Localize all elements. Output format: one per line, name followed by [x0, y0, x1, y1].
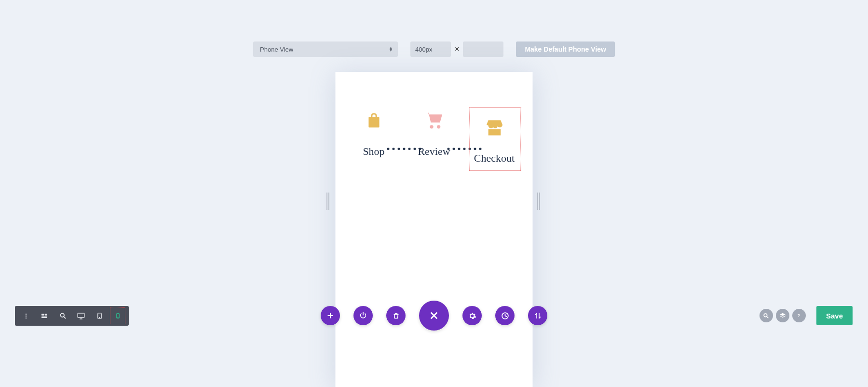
zoom-button[interactable]	[54, 306, 72, 326]
delete-button[interactable]	[386, 306, 406, 325]
progress-steps-row: Shop Review Checkout	[336, 72, 533, 165]
more-menu-button[interactable]	[17, 306, 35, 326]
svg-rect-10	[78, 313, 84, 318]
tablet-view-button[interactable]	[90, 306, 108, 326]
layers-button[interactable]	[776, 309, 789, 322]
svg-line-9	[64, 317, 66, 318]
wireframe-view-button[interactable]	[35, 306, 54, 326]
history-button[interactable]	[495, 306, 515, 325]
svg-rect-6	[45, 314, 47, 315]
resize-handle-right[interactable]	[538, 193, 542, 210]
search-button[interactable]	[760, 309, 773, 322]
phone-view-button[interactable]	[108, 306, 127, 326]
step-label: Checkout	[474, 152, 515, 165]
swap-button[interactable]	[528, 306, 547, 325]
close-builder-button[interactable]	[419, 301, 449, 331]
dimension-inputs: ×	[410, 41, 503, 57]
storefront-icon	[483, 116, 505, 138]
save-button[interactable]: Save	[816, 306, 853, 325]
responsive-settings-bar: Phone View ▲▼ × Make Default Phone View	[0, 41, 868, 57]
svg-point-2	[26, 313, 27, 314]
svg-point-4	[26, 317, 27, 318]
page-action-bar	[321, 301, 547, 331]
view-toolbar	[15, 306, 129, 326]
bottom-right-controls: ? Save	[760, 306, 853, 325]
chevron-updown-icon: ▲▼	[389, 47, 393, 52]
shopping-cart-icon	[423, 110, 445, 132]
shopping-bag-icon	[363, 110, 385, 132]
view-select-label: Phone View	[260, 46, 293, 53]
multiply-icon: ×	[455, 45, 459, 54]
svg-point-25	[764, 314, 768, 317]
step-checkout[interactable]: Checkout	[468, 110, 521, 165]
settings-button[interactable]	[462, 306, 482, 325]
width-input[interactable]	[410, 41, 451, 57]
svg-rect-15	[116, 314, 119, 318]
resize-handle-left[interactable]	[327, 193, 331, 210]
make-default-view-button[interactable]: Make Default Phone View	[516, 41, 615, 57]
svg-line-26	[767, 317, 769, 318]
step-label: Review	[418, 145, 450, 158]
desktop-view-button[interactable]	[72, 306, 90, 326]
power-button[interactable]	[353, 306, 373, 325]
phone-canvas[interactable]: Shop Review Checkout	[336, 72, 533, 387]
svg-point-16	[117, 317, 118, 318]
svg-text:?: ?	[798, 313, 800, 318]
svg-marker-27	[780, 313, 786, 316]
step-label: Shop	[363, 145, 384, 158]
svg-rect-7	[41, 316, 47, 318]
svg-rect-5	[41, 314, 44, 315]
view-select[interactable]: Phone View ▲▼	[253, 41, 398, 57]
svg-point-14	[99, 318, 99, 318]
help-button[interactable]: ?	[792, 309, 806, 322]
svg-point-3	[26, 315, 27, 316]
svg-point-8	[60, 314, 64, 318]
svg-point-1	[437, 125, 440, 128]
add-module-button[interactable]	[321, 306, 340, 325]
svg-point-0	[430, 125, 433, 128]
height-input[interactable]	[463, 41, 503, 57]
